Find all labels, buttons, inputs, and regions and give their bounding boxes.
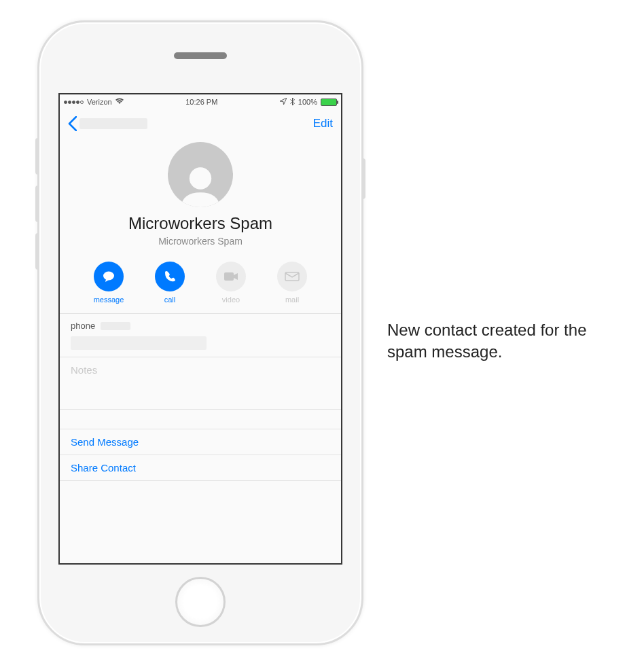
svg-point-0: [190, 167, 211, 189]
action-video: video: [212, 262, 250, 304]
contact-name: Microworkers Spam: [60, 214, 341, 233]
send-message-cell[interactable]: Send Message: [60, 429, 341, 455]
action-row: message call video mail: [60, 262, 341, 304]
earpiece: [174, 52, 227, 59]
phone-label: phone: [71, 321, 95, 331]
svg-point-1: [103, 272, 114, 281]
battery-icon: [321, 99, 337, 106]
status-bar: Verizon 10:26 PM 100%: [60, 94, 341, 109]
spacer: [60, 410, 341, 429]
message-label: message: [94, 296, 124, 304]
clock: 10:26 PM: [185, 98, 217, 106]
action-call[interactable]: call: [151, 262, 189, 304]
back-label-redacted: [79, 118, 147, 129]
share-contact-cell[interactable]: Share Contact: [60, 455, 341, 481]
phone-number-redacted: [71, 336, 207, 350]
phone-icon: [155, 262, 185, 291]
phone-type-redacted: [101, 322, 130, 330]
mail-label: mail: [285, 296, 299, 304]
svg-rect-3: [285, 272, 299, 281]
carrier-label: Verizon: [87, 98, 112, 106]
avatar: [168, 142, 233, 207]
nav-bar: Edit: [60, 109, 341, 138]
phone-frame: Verizon 10:26 PM 100%: [37, 20, 363, 645]
mail-icon: [277, 262, 307, 291]
message-icon: [94, 262, 124, 291]
screen: Verizon 10:26 PM 100%: [58, 93, 342, 565]
call-label: call: [164, 296, 176, 304]
bluetooth-icon: [290, 98, 295, 107]
location-icon: [280, 98, 287, 106]
back-button[interactable]: [68, 116, 147, 131]
phone-cell[interactable]: phone: [60, 313, 341, 357]
video-icon: [216, 262, 246, 291]
signal-dots: [64, 101, 84, 104]
wifi-icon: [115, 98, 124, 106]
caption-text: New contact created for the spam message…: [387, 319, 625, 363]
contact-header: Microworkers Spam Microworkers Spam: [60, 138, 341, 249]
action-message[interactable]: message: [90, 262, 128, 304]
edit-button[interactable]: Edit: [313, 117, 333, 130]
notes-placeholder: Notes: [71, 364, 97, 376]
svg-rect-2: [224, 272, 234, 281]
contact-company: Microworkers Spam: [60, 236, 341, 247]
action-mail: mail: [273, 262, 311, 304]
home-button[interactable]: [175, 577, 226, 627]
video-label: video: [222, 296, 240, 304]
battery-pct: 100%: [298, 98, 317, 106]
notes-cell[interactable]: Notes: [60, 357, 341, 410]
